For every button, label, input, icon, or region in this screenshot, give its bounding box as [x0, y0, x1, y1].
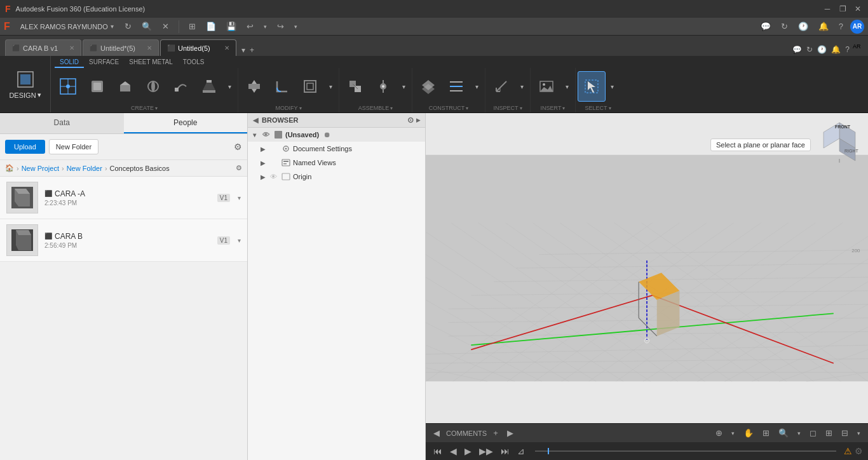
file-version-arrow-cara-b[interactable]: ▾ [238, 237, 241, 244]
comment-icon[interactable]: 💬 [757, 20, 774, 33]
timeline-play-button[interactable]: ▶ [462, 445, 474, 457]
timeline-end-button[interactable]: ⏭ [498, 445, 512, 457]
bottom-collapse-icon[interactable]: ▶ [505, 427, 516, 439]
offset-plane-button[interactable] [414, 71, 442, 102]
tab-untitled-5[interactable]: ⬛ Untitled(5) ✕ [160, 39, 236, 56]
viewcube[interactable]: FRONT RIGHT [817, 119, 862, 164]
help-icon[interactable]: ? [836, 20, 846, 33]
breadcrumb-new-folder[interactable]: New Folder [67, 165, 102, 172]
select-button[interactable] [578, 71, 606, 102]
close-icon[interactable]: ✕ [159, 20, 172, 33]
pan-icon[interactable]: ✋ [741, 427, 756, 439]
browser-item-doc-settings[interactable]: ▶ Document Settings [248, 142, 425, 156]
panel-tab-data[interactable]: Data [0, 113, 124, 133]
shell-button[interactable] [296, 71, 324, 102]
new-component-button[interactable] [341, 71, 369, 102]
tab-comment-icon[interactable]: 💬 [791, 44, 803, 55]
origin-visibility-icon[interactable]: 👁 [270, 173, 279, 180]
design-button[interactable]: DESIGN ▾ [0, 56, 51, 112]
insert-image-button[interactable] [532, 71, 560, 102]
toolbar-tab-surface[interactable]: SURFACE [84, 57, 124, 68]
revolve-button[interactable] [139, 71, 167, 102]
tab-add-icon[interactable]: + [248, 44, 255, 56]
save-icon[interactable]: 💾 [223, 20, 240, 33]
midplane-button[interactable] [442, 71, 470, 102]
tab-cara-b-v1[interactable]: ⬛ CARA B v1 ✕ [5, 39, 81, 56]
bell-icon[interactable]: 🔔 [815, 20, 832, 33]
refresh-icon[interactable]: ↻ [121, 20, 135, 33]
modify-more-button[interactable]: ▾ [324, 71, 337, 102]
root-expand-arrow[interactable]: ▾ [253, 132, 261, 139]
named-views-expand-arrow[interactable]: ▶ [261, 159, 268, 166]
breadcrumb-settings-icon[interactable]: ⚙ [236, 164, 242, 172]
zoom-dropdown[interactable]: ▾ [795, 429, 803, 438]
file-item-cara-a[interactable]: ⬛ CARA -A 2:23:43 PM V1 ▾ [0, 177, 247, 219]
press-pull-button[interactable] [240, 71, 268, 102]
history-icon[interactable]: ↻ [778, 20, 791, 33]
search-icon[interactable]: 🔍 [139, 20, 155, 33]
display-settings-icon[interactable]: ◻ [807, 427, 819, 439]
root-visibility-icon[interactable]: 👁 [262, 131, 271, 139]
browser-item-origin[interactable]: ▶ 👁 Origin [248, 170, 425, 184]
browser-collapse-left-icon[interactable]: ◀ [431, 427, 442, 439]
create-more-button[interactable]: ▾ [223, 71, 236, 102]
browser-pin-icon[interactable]: ⊙ [407, 116, 414, 125]
browser-root-item[interactable]: ▾ 👁 (Unsaved) ⏺ [248, 128, 425, 142]
sweep-button[interactable] [167, 71, 195, 102]
timeline-prev-button[interactable]: ◀ [447, 445, 459, 457]
construct-more-button[interactable]: ▾ [470, 71, 483, 102]
origin-expand-arrow[interactable]: ▶ [261, 173, 268, 180]
add-comment-icon[interactable]: + [491, 427, 501, 439]
restore-button[interactable]: ❐ [837, 4, 848, 13]
tab-dropdown-icon[interactable]: ▾ [240, 44, 247, 56]
toolbar-tab-sheet-metal[interactable]: SHEET METAL [124, 57, 178, 68]
undo-icon[interactable]: ↩ [243, 20, 257, 33]
layout-dropdown[interactable]: ▾ [855, 429, 863, 438]
toolbar-tab-tools[interactable]: TOOLS [178, 57, 210, 68]
inspect-more-button[interactable]: ▾ [515, 71, 528, 102]
tab-help-icon[interactable]: ? [844, 44, 851, 55]
zoom-icon[interactable]: 🔍 [776, 427, 791, 439]
create-form-button[interactable] [83, 71, 111, 102]
orbit-dropdown[interactable]: ▾ [729, 429, 737, 438]
breadcrumb-new-project[interactable]: New Project [22, 165, 59, 172]
redo-dropdown-icon[interactable]: ▾ [291, 22, 301, 32]
browser-item-named-views[interactable]: ▶ Named Views [248, 156, 425, 170]
panel-settings-icon[interactable]: ⚙ [234, 142, 242, 152]
timeline-filter-button[interactable]: ⊿ [515, 445, 527, 457]
close-button[interactable]: ✕ [853, 4, 863, 13]
timeline-start-button[interactable]: ⏮ [431, 445, 445, 457]
apps-grid-icon[interactable]: ⊞ [186, 20, 199, 33]
file-item-cara-b[interactable]: ⬛ CARA B 2:56:49 PM V1 ▾ [0, 219, 247, 262]
clock-icon[interactable]: 🕐 [795, 20, 811, 33]
insert-more-button[interactable]: ▾ [560, 71, 573, 102]
doc-settings-expand-arrow[interactable]: ▶ [261, 145, 268, 152]
extrude-button[interactable] [111, 71, 139, 102]
tab-avatar[interactable]: AR [853, 43, 865, 56]
minimize-button[interactable]: ─ [822, 4, 832, 13]
viewport-3d[interactable]: 200 150 100 50 -50 -100 200 150 100 50 -… [426, 113, 868, 423]
timeline-settings-icon[interactable]: ⚙ [855, 446, 863, 456]
toolbar-tab-solid[interactable]: SOLID [55, 57, 84, 68]
root-record-icon[interactable]: ⏺ [323, 131, 330, 139]
new-folder-button[interactable]: New Folder [49, 139, 98, 154]
tab-untitled-5-star[interactable]: ⬛ Untitled*(5) ✕ [83, 39, 159, 56]
tab-clock-icon[interactable]: 🕐 [816, 44, 828, 55]
measure-button[interactable] [487, 71, 515, 102]
timeline-track[interactable] [535, 450, 836, 452]
orbit-icon[interactable]: ⊕ [713, 427, 725, 439]
user-section[interactable]: ALEX RAMOS RAYMUNDO ▾ [17, 22, 118, 32]
undo-dropdown-icon[interactable]: ▾ [261, 22, 270, 32]
zoom-fit-icon[interactable]: ⊞ [760, 427, 772, 439]
browser-expand-icon[interactable]: ▸ [416, 116, 420, 125]
tab-history-icon[interactable]: ↻ [805, 44, 814, 55]
sketch-button[interactable] [53, 71, 83, 102]
breadcrumb-home[interactable]: 🏠 [5, 164, 14, 172]
tab-close-untitled[interactable]: ✕ [224, 44, 229, 51]
timeline-next-button[interactable]: ▶▶ [477, 445, 496, 457]
tab-close-cara-b[interactable]: ✕ [69, 44, 74, 51]
avatar[interactable]: AR [850, 20, 864, 34]
panel-tab-people[interactable]: People [124, 113, 248, 133]
tab-bell-icon[interactable]: 🔔 [830, 44, 842, 55]
fillet-button[interactable] [268, 71, 296, 102]
